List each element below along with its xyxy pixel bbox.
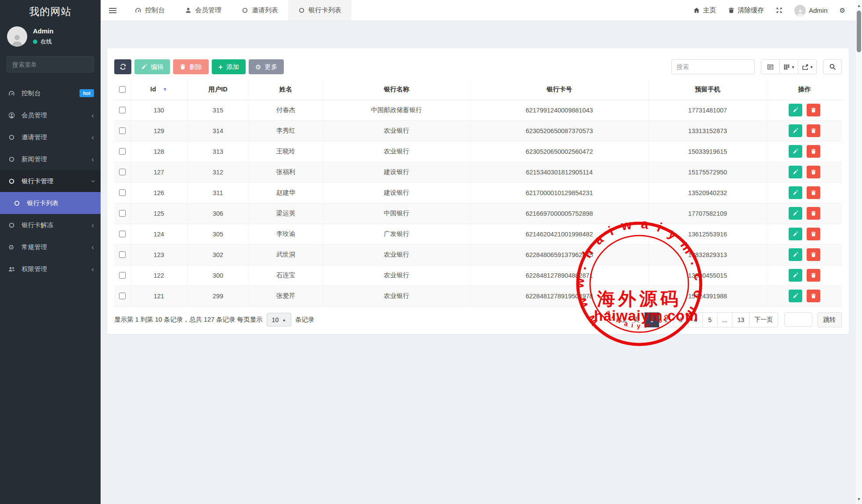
settings-button[interactable]: ⚙: [840, 7, 845, 14]
tab-icon: [135, 7, 141, 14]
row-delete-button[interactable]: [807, 269, 820, 282]
row-edit-button[interactable]: [789, 207, 802, 220]
columns-button[interactable]: ▾: [779, 59, 798, 74]
sidebar-menu-item[interactable]: 银行卡管理 ‹: [0, 170, 101, 192]
detail-view-button[interactable]: [761, 59, 780, 74]
more-label: 更多: [264, 63, 277, 71]
row-checkbox[interactable]: [119, 169, 126, 175]
table-search-input[interactable]: [671, 59, 755, 74]
home-button[interactable]: 主页: [693, 6, 716, 15]
sidebar-search: [7, 56, 94, 73]
add-button[interactable]: + 添加: [212, 59, 246, 74]
column-header[interactable]: 银行卡号: [470, 79, 648, 100]
sidebar-menu-item[interactable]: 新闻管理 ‹: [0, 148, 101, 170]
page-size-select[interactable]: 10 ▲: [267, 313, 292, 326]
summary-after: 条记录: [295, 315, 315, 324]
column-header[interactable]: 银行名称: [323, 79, 470, 100]
row-delete-button[interactable]: [807, 290, 820, 302]
sidebar-menu-item[interactable]: 银行卡解冻 ‹: [0, 214, 101, 236]
page-button[interactable]: 3: [674, 312, 688, 327]
row-edit-button[interactable]: [789, 248, 802, 261]
row-delete-button[interactable]: [807, 207, 820, 220]
scroll-up-icon[interactable]: ▲: [856, 4, 862, 8]
row-delete-button[interactable]: [807, 186, 820, 199]
row-delete-button[interactable]: [807, 166, 820, 178]
vertical-scrollbar[interactable]: ▲ ▼: [856, 0, 862, 504]
row-delete-button[interactable]: [807, 248, 820, 261]
row-checkbox[interactable]: [119, 272, 126, 279]
row-edit-button[interactable]: [789, 290, 802, 302]
column-header[interactable]: 操作: [767, 79, 842, 100]
scroll-down-icon[interactable]: ▼: [856, 497, 862, 501]
sidebar-menu-item[interactable]: 邀请管理 ‹: [0, 126, 101, 148]
navbar-tab[interactable]: 控制台: [125, 0, 175, 21]
row-edit-button[interactable]: [789, 186, 802, 199]
table-header-row: Id ▼ 用户ID 姓名: [114, 79, 842, 100]
columns-grid-icon: [783, 64, 790, 70]
sidebar-menu-item[interactable]: ⚙ 常规管理 ‹: [0, 236, 101, 258]
row-delete-button[interactable]: [807, 124, 820, 137]
page-button[interactable]: ...: [717, 312, 733, 327]
refresh-button[interactable]: [114, 59, 131, 74]
page-button[interactable]: 13: [732, 312, 750, 327]
clear-cache-button[interactable]: 清除缓存: [728, 6, 764, 15]
row-checkbox[interactable]: [119, 107, 126, 113]
row-edit-button[interactable]: [789, 166, 802, 178]
cell-select: [114, 265, 130, 286]
delete-button[interactable]: 删除: [173, 59, 209, 74]
row-edit-button[interactable]: [789, 124, 802, 137]
column-header[interactable]: Id ▼: [130, 79, 187, 100]
table-body: 130 315 付春杰 中国邮政储蓄银行 6217991240009881043…: [114, 100, 842, 306]
navbar-tab[interactable]: 会员管理: [175, 0, 232, 21]
more-button[interactable]: ⚙ 更多: [249, 59, 284, 74]
row-delete-button[interactable]: [807, 104, 820, 116]
row-edit-button[interactable]: [789, 145, 802, 158]
navbar-tab[interactable]: 邀请列表: [232, 0, 288, 21]
sidebar-search-input[interactable]: [11, 61, 93, 69]
fullscreen-button[interactable]: [776, 7, 782, 14]
row-checkbox[interactable]: [119, 127, 126, 134]
row-edit-button[interactable]: [789, 269, 802, 282]
select-all-checkbox[interactable]: [119, 86, 126, 93]
row-edit-button[interactable]: [789, 228, 802, 240]
row-delete-button[interactable]: [807, 145, 820, 158]
column-header[interactable]: 姓名: [249, 79, 323, 100]
search-button[interactable]: [823, 59, 842, 74]
trash-icon: [811, 169, 816, 175]
page-button[interactable]: 5: [703, 312, 717, 327]
page-button[interactable]: 4: [688, 312, 703, 327]
pencil-icon: [793, 149, 798, 154]
edit-button[interactable]: 编辑: [134, 59, 170, 74]
page-button[interactable]: 1: [645, 312, 659, 327]
page-button[interactable]: 2: [659, 312, 674, 327]
navbar-tab[interactable]: 银行卡列表: [288, 0, 351, 21]
sidebar-menu-item[interactable]: 银行卡列表: [0, 192, 101, 214]
sidebar-menu-item[interactable]: 控制台 hot: [0, 82, 101, 104]
scrollbar-thumb[interactable]: [857, 11, 861, 52]
row-delete-button[interactable]: [807, 228, 820, 240]
menu-item-label: 新闻管理: [22, 155, 47, 163]
trash-icon: [811, 107, 816, 113]
user-menu[interactable]: Admin: [794, 5, 828, 16]
cell-actions: [767, 286, 842, 306]
hamburger-menu-icon[interactable]: [101, 0, 125, 21]
cell-user-id: 315: [187, 100, 249, 120]
page-button[interactable]: 下一页: [749, 312, 778, 327]
export-button[interactable]: ▾: [798, 59, 817, 74]
sidebar-menu-item[interactable]: 权限管理 ‹: [0, 258, 101, 280]
column-header[interactable]: 用户ID: [187, 79, 249, 100]
row-checkbox[interactable]: [119, 189, 126, 196]
cell-phone: 13500455015: [648, 265, 767, 286]
page-button[interactable]: 上一页: [616, 312, 645, 327]
row-checkbox[interactable]: [119, 210, 126, 217]
jump-page-input[interactable]: [784, 312, 812, 327]
sidebar-menu-item[interactable]: 会员管理 ‹: [0, 104, 101, 126]
row-checkbox[interactable]: [119, 231, 126, 237]
row-checkbox[interactable]: [119, 251, 126, 258]
column-header[interactable]: 预留手机: [648, 79, 767, 100]
jump-button[interactable]: 跳转: [817, 312, 842, 327]
row-checkbox[interactable]: [119, 148, 126, 155]
sort-caret-icon[interactable]: ▼: [163, 87, 167, 92]
row-edit-button[interactable]: [789, 104, 802, 116]
row-checkbox[interactable]: [119, 293, 126, 299]
